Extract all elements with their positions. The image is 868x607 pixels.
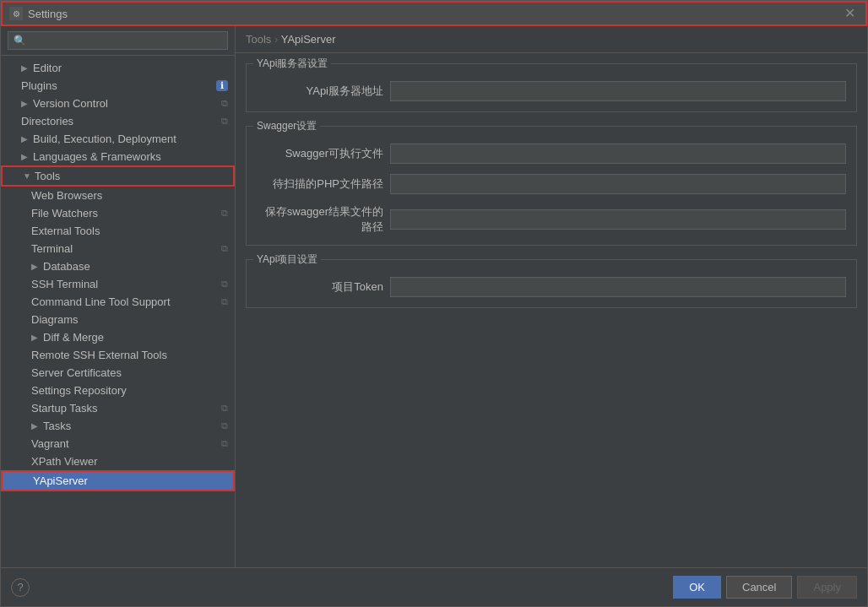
form-row-server-address: YApi服务器地址 (257, 81, 846, 101)
sidebar-item-label-external-tools: External Tools (31, 225, 100, 237)
sidebar-item-external-tools[interactable]: External Tools (1, 222, 235, 240)
expand-arrow-tools: ▼ (23, 171, 31, 181)
sidebar-item-vagrant[interactable]: Vagrant ⧉ (1, 435, 235, 453)
expand-arrow-diff: ▶ (31, 333, 40, 342)
sidebar: ▶ Editor Plugins ℹ ▶ Version Control ⧉ D… (1, 26, 236, 567)
sidebar-item-server-certs[interactable]: Server Certificates (1, 364, 235, 382)
sidebar-item-tasks[interactable]: ▶ Tasks ⧉ (1, 417, 235, 435)
sidebar-item-languages[interactable]: ▶ Languages & Frameworks (1, 148, 235, 165)
ok-button[interactable]: OK (673, 576, 721, 599)
apply-button[interactable]: Apply (797, 576, 857, 599)
form-row-swagger-result: 保存swagger结果文件的路径 (257, 204, 846, 235)
sidebar-item-diagrams[interactable]: Diagrams (1, 311, 235, 328)
sidebar-item-label-diagrams: Diagrams (31, 313, 79, 326)
sidebar-item-label-server-certs: Server Certificates (31, 366, 122, 379)
sidebar-item-label-diff-merge: Diff & Merge (43, 331, 104, 344)
copy-icon-ssh: ⧉ (221, 279, 228, 290)
section-yapi-server: YApi服务器设置 YApi服务器地址 (246, 63, 857, 112)
sidebar-item-label-cmd-line: Command Line Tool Support (31, 295, 171, 308)
section-legend-yapi-project: YApi项目设置 (253, 252, 321, 267)
sidebar-item-label-yapiserver: YApiServer (33, 474, 88, 487)
sidebar-item-diff-merge[interactable]: ▶ Diff & Merge (1, 328, 235, 346)
settings-dialog: ⚙ Settings ✕ ▶ Editor Plugins ℹ (0, 0, 868, 607)
breadcrumb-current: YApiServer (281, 33, 336, 46)
dialog-buttons: OK Cancel Apply (673, 576, 857, 599)
sidebar-item-label-plugins: Plugins (21, 79, 57, 92)
label-swagger-exec: Swagger可执行文件 (257, 146, 383, 161)
title-bar: ⚙ Settings ✕ (1, 1, 867, 26)
sidebar-item-plugins[interactable]: Plugins ℹ (1, 77, 235, 95)
sidebar-item-label-startup-tasks: Startup Tasks (31, 402, 98, 415)
input-swagger-result[interactable] (390, 209, 846, 230)
sidebar-item-editor[interactable]: ▶ Editor (1, 59, 235, 77)
sidebar-item-tools[interactable]: ▼ Tools (1, 165, 235, 187)
sidebar-item-label-directories: Directories (21, 115, 73, 127)
sidebar-item-label-xpath: XPath Viewer (31, 455, 98, 468)
input-server-address[interactable] (390, 81, 846, 101)
sidebar-item-label-vagrant: Vagrant (31, 437, 69, 450)
search-input[interactable] (8, 31, 228, 50)
sidebar-item-label-tasks: Tasks (43, 420, 71, 432)
sidebar-item-label-remote-ssh: Remote SSH External Tools (31, 349, 167, 361)
section-legend-yapi-server: YApi服务器设置 (253, 57, 331, 71)
sidebar-item-yapiserver[interactable]: YApiServer (1, 470, 235, 491)
settings-icon: ⚙ (9, 7, 23, 20)
sidebar-item-label-tools: Tools (35, 170, 60, 182)
sidebar-item-settings-repo[interactable]: Settings Repository (1, 382, 235, 399)
cancel-button[interactable]: Cancel (726, 576, 792, 599)
sidebar-item-build[interactable]: ▶ Build, Execution, Deployment (1, 130, 235, 148)
input-swagger-exec[interactable] (390, 144, 846, 164)
sidebar-item-directories[interactable]: Directories ⧉ (1, 112, 235, 130)
sidebar-item-database[interactable]: ▶ Database (1, 257, 235, 275)
copy-icon-directories: ⧉ (221, 116, 228, 127)
copy-icon-vc: ⧉ (221, 98, 228, 109)
expand-arrow-languages: ▶ (21, 152, 30, 161)
bottom-bar: ? OK Cancel Apply (1, 567, 867, 606)
sidebar-item-xpath[interactable]: XPath Viewer (1, 453, 235, 470)
breadcrumb-separator: › (274, 33, 281, 46)
expand-arrow-tasks: ▶ (31, 421, 40, 431)
search-box (1, 26, 235, 56)
label-php-path: 待扫描的PHP文件路径 (257, 176, 383, 192)
expand-arrow-vc: ▶ (21, 99, 30, 108)
section-swagger: Swagger设置 Swagger可执行文件 待扫描的PHP文件路径 保存swa… (246, 126, 857, 246)
sidebar-item-terminal[interactable]: Terminal ⧉ (1, 240, 235, 257)
expand-arrow-database: ▶ (31, 262, 40, 271)
breadcrumb-parent: Tools (246, 33, 271, 46)
label-swagger-result: 保存swagger结果文件的路径 (257, 204, 383, 235)
label-server-address: YApi服务器地址 (257, 84, 383, 99)
panel-content: YApi服务器设置 YApi服务器地址 Swagger设置 Swagger可执行… (236, 53, 867, 567)
sidebar-item-cmd-line[interactable]: Command Line Tool Support ⧉ (1, 293, 235, 311)
sidebar-item-label-vc: Version Control (33, 97, 108, 110)
plugins-badge: ℹ (216, 80, 228, 91)
copy-icon-tasks: ⧉ (221, 420, 228, 431)
input-php-path[interactable] (390, 174, 846, 194)
sidebar-list: ▶ Editor Plugins ℹ ▶ Version Control ⧉ D… (1, 56, 235, 567)
sidebar-item-startup-tasks[interactable]: Startup Tasks ⧉ (1, 399, 235, 417)
sidebar-item-label-ssh-terminal: SSH Terminal (31, 278, 98, 290)
sidebar-item-label-editor: Editor (33, 62, 62, 74)
sidebar-item-file-watchers[interactable]: File Watchers ⧉ (1, 204, 235, 222)
sidebar-item-label-web-browsers: Web Browsers (31, 189, 102, 202)
section-legend-swagger: Swagger设置 (253, 119, 320, 133)
sidebar-item-remote-ssh[interactable]: Remote SSH External Tools (1, 346, 235, 364)
sidebar-item-version-control[interactable]: ▶ Version Control ⧉ (1, 95, 235, 112)
copy-icon-startup: ⧉ (221, 403, 228, 414)
copy-icon-cmd: ⧉ (221, 296, 228, 307)
title-bar-left: ⚙ Settings (9, 7, 68, 20)
input-token[interactable] (390, 277, 846, 297)
expand-arrow-editor: ▶ (21, 63, 30, 73)
form-row-token: 项目Token (257, 277, 846, 297)
help-button[interactable]: ? (11, 578, 30, 597)
close-button[interactable]: ✕ (841, 5, 859, 22)
sidebar-item-label-languages: Languages & Frameworks (33, 150, 161, 163)
copy-icon-vagrant: ⧉ (221, 438, 228, 449)
section-yapi-project: YApi项目设置 项目Token (246, 259, 857, 308)
sidebar-item-web-browsers[interactable]: Web Browsers (1, 187, 235, 204)
sidebar-item-ssh-terminal[interactable]: SSH Terminal ⧉ (1, 275, 235, 293)
breadcrumb: Tools › YApiServer (236, 26, 867, 53)
form-row-php-path: 待扫描的PHP文件路径 (257, 174, 846, 194)
sidebar-item-label-terminal: Terminal (31, 242, 73, 255)
sidebar-item-label-database: Database (43, 260, 90, 273)
main-content: ▶ Editor Plugins ℹ ▶ Version Control ⧉ D… (1, 26, 867, 567)
